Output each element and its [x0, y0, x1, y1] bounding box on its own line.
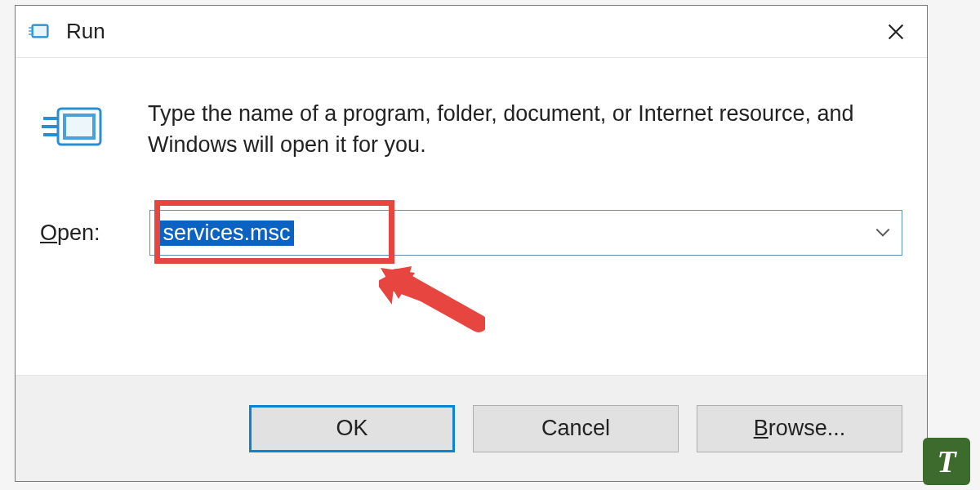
browse-button[interactable]: Browse... — [697, 405, 902, 452]
run-large-icon — [40, 97, 109, 161]
run-dialog: Run Type the name of a program, folder, … — [15, 5, 928, 482]
button-bar: OK Cancel Browse... — [16, 375, 927, 481]
cancel-button[interactable]: Cancel — [473, 405, 679, 452]
info-row: Type the name of a program, folder, docu… — [16, 58, 927, 177]
open-input[interactable]: services.msc — [149, 210, 902, 256]
open-label: Open: — [40, 220, 100, 246]
run-icon — [27, 20, 51, 44]
input-row: Open: services.msc — [16, 177, 927, 264]
svg-rect-4 — [66, 117, 92, 136]
dialog-body: Type the name of a program, folder, docu… — [16, 58, 927, 375]
window-title: Run — [66, 19, 876, 44]
open-input-value: services.msc — [160, 220, 294, 246]
description-text: Type the name of a program, folder, docu… — [148, 97, 902, 161]
close-button[interactable] — [876, 12, 915, 51]
ok-button[interactable]: OK — [249, 405, 455, 452]
titlebar: Run — [16, 6, 927, 58]
chevron-down-icon — [875, 225, 890, 242]
watermark-badge: T — [923, 438, 970, 485]
svg-rect-1 — [33, 26, 47, 36]
open-combo-wrap: services.msc — [149, 210, 902, 256]
